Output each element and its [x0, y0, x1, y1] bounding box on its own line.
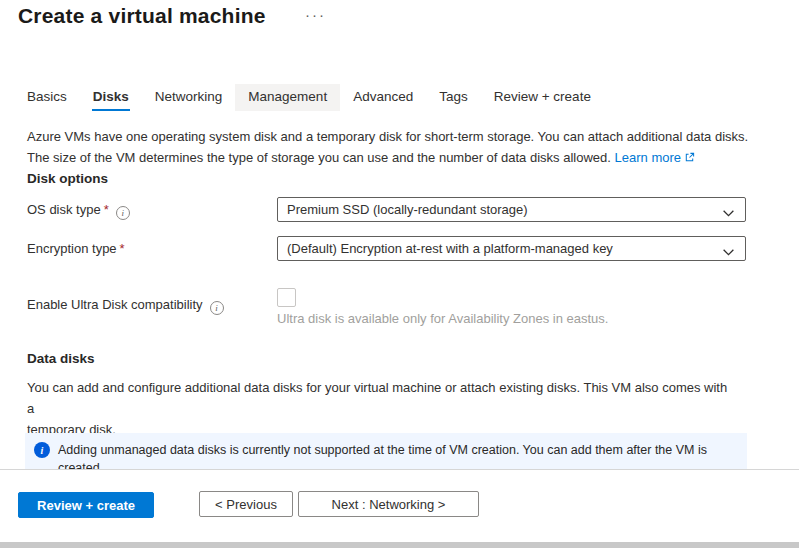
wizard-tab-bar: Basics Disks Networking Management Advan… — [14, 84, 604, 111]
info-icon[interactable]: i — [116, 206, 130, 220]
tab-review-create[interactable]: Review + create — [481, 84, 604, 111]
tab-management[interactable]: Management — [235, 84, 340, 111]
create-vm-page: Create a virtual machine ··· Basics Disk… — [0, 0, 799, 548]
ultra-disk-label: Enable Ultra Disk compatibilityi — [27, 297, 224, 315]
wizard-footer: Review + create < Previous Next : Networ… — [0, 469, 799, 542]
encryption-type-value: (Default) Encryption at-rest with a plat… — [287, 241, 613, 256]
review-create-button[interactable]: Review + create — [18, 492, 154, 518]
chevron-down-icon — [722, 204, 735, 222]
info-filled-icon: i — [34, 442, 50, 458]
intro-line2: The size of the VM determines the type o… — [27, 150, 611, 165]
more-actions-icon[interactable]: ··· — [305, 6, 326, 23]
encryption-type-dropdown[interactable]: (Default) Encryption at-rest with a plat… — [277, 236, 746, 261]
os-disk-type-label: OS disk type*i — [27, 202, 130, 220]
ultra-disk-helper-text: Ultra disk is available only for Availab… — [277, 311, 608, 326]
required-mark: * — [120, 241, 125, 256]
horizontal-scrollbar[interactable] — [0, 542, 799, 548]
info-banner: i Adding unmanaged data disks is current… — [25, 433, 747, 469]
next-networking-button[interactable]: Next : Networking > — [298, 491, 479, 517]
tab-networking[interactable]: Networking — [142, 84, 236, 111]
previous-button[interactable]: < Previous — [199, 491, 293, 517]
disk-options-heading: Disk options — [27, 171, 108, 186]
encryption-type-label: Encryption type* — [27, 241, 125, 256]
os-disk-type-value: Premium SSD (locally-redundant storage) — [287, 202, 528, 217]
ultra-disk-checkbox[interactable] — [277, 288, 296, 307]
external-link-icon — [684, 148, 695, 169]
data-disks-heading: Data disks — [27, 351, 95, 366]
chevron-down-icon — [722, 243, 735, 261]
tab-tags[interactable]: Tags — [426, 84, 481, 111]
tab-advanced[interactable]: Advanced — [340, 84, 426, 111]
page-title: Create a virtual machine — [18, 4, 266, 28]
info-banner-text: Adding unmanaged data disks is currently… — [58, 441, 713, 469]
intro-line1: Azure VMs have one operating system disk… — [27, 129, 748, 144]
tab-basics[interactable]: Basics — [14, 84, 80, 111]
info-icon[interactable]: i — [210, 301, 224, 315]
required-mark: * — [104, 202, 109, 217]
data-disks-description: You can add and configure additional dat… — [27, 377, 737, 440]
learn-more-link[interactable]: Learn more — [615, 150, 681, 165]
os-disk-type-dropdown[interactable]: Premium SSD (locally-redundant storage) — [277, 197, 746, 222]
disks-intro-text: Azure VMs have one operating system disk… — [27, 126, 772, 169]
tab-disks[interactable]: Disks — [80, 84, 142, 111]
